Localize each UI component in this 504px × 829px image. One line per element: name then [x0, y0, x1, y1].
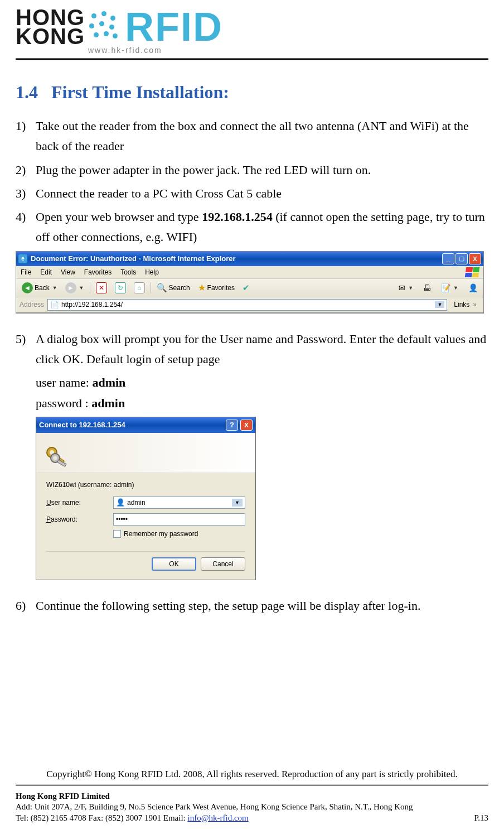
logo-hongkong: HONG KONG: [16, 8, 85, 46]
mail-button[interactable]: ✉▼: [396, 282, 415, 293]
step-4-pre: Open your web browser and type: [36, 210, 202, 224]
edit-button[interactable]: 📝▼: [439, 282, 461, 293]
step-5: A dialog box will prompt you for the Use…: [16, 329, 488, 370]
password-label: Password:: [46, 515, 113, 523]
help-button[interactable]: ?: [226, 420, 238, 431]
auth-divider: [46, 551, 245, 552]
ie-browser-window: e Document Error: Unauthorized - Microso…: [16, 251, 484, 314]
address-value: http://192.168.1.254/: [61, 301, 123, 309]
address-label: Address: [20, 301, 44, 309]
username-dropdown-icon[interactable]: ▼: [232, 499, 243, 507]
ie-toolbar: ◄Back▼ ►▼ ✕ ↻ ⌂ 🔍Search ★Favorites ✔ ✉▼ …: [16, 279, 483, 297]
install-steps-cont: A dialog box will prompt you for the Use…: [16, 329, 488, 370]
minimize-button[interactable]: _: [442, 253, 454, 264]
auth-close-button[interactable]: X: [240, 420, 253, 431]
auth-server-text: WIZ610wi (username: admin): [46, 481, 245, 489]
address-input[interactable]: 📄 http://192.168.1.254/ ▼: [47, 299, 447, 311]
links-button[interactable]: Links»: [450, 300, 480, 310]
username-label: User name:: [46, 499, 113, 507]
toolbar-separator: [90, 282, 90, 293]
footer-divider: [16, 784, 488, 785]
home-button[interactable]: ⌂: [132, 281, 147, 295]
address-dropdown-icon[interactable]: ▼: [435, 301, 444, 308]
stop-button[interactable]: ✕: [94, 281, 109, 295]
footer-contact: Tel: (852) 2165 4708 Fax: (852) 3007 190…: [16, 813, 488, 824]
auth-body: WIZ610wi (username: admin) User name: 👤 …: [36, 473, 255, 580]
menu-favorites[interactable]: Favorites: [84, 268, 112, 276]
ie-address-bar: Address 📄 http://192.168.1.254/ ▼ Links»: [16, 297, 483, 313]
username-input[interactable]: 👤 admin ▼: [113, 497, 245, 509]
logo-dots-icon: [88, 10, 122, 44]
footer-email-link[interactable]: info@hk-rfid.com: [188, 813, 249, 822]
toolbar-separator: [151, 282, 151, 293]
step-1: Take out the reader from the box and con…: [16, 116, 488, 157]
user-icon: 👤: [116, 498, 125, 507]
windows-flag-icon: [465, 267, 480, 277]
back-button[interactable]: ◄Back▼: [20, 281, 60, 295]
forward-button[interactable]: ►▼: [63, 281, 86, 295]
menu-edit[interactable]: Edit: [40, 268, 52, 276]
menu-file[interactable]: File: [21, 268, 31, 276]
menu-view[interactable]: View: [61, 268, 75, 276]
copyright-text: Copyright© Hong Kong RFID Ltd. 2008, All…: [16, 769, 488, 780]
step-5-password: password : admin: [36, 393, 488, 413]
section-number: 1.4: [16, 82, 38, 102]
logo-kong: KONG: [16, 27, 85, 46]
remember-checkbox[interactable]: [113, 530, 121, 538]
favorites-button[interactable]: ★Favorites: [196, 281, 237, 294]
keys-icon: [44, 445, 69, 469]
install-steps: Take out the reader from the box and con…: [16, 116, 488, 248]
auth-dialog: Connect to 192.168.1.254 ? X WIZ610wi (u…: [36, 417, 256, 580]
ie-titlebar: e Document Error: Unauthorized - Microso…: [16, 252, 483, 266]
step-5-username: user name: admin: [36, 373, 488, 393]
page-number: P.13: [474, 813, 488, 824]
page-footer: Hong Kong RFID Limited Add: Unit 207A, 2…: [16, 791, 488, 824]
install-steps-cont2: Continue the following setting step, the…: [16, 596, 488, 616]
password-input[interactable]: •••••: [113, 513, 245, 526]
section-title-text: First Time Installation:: [51, 82, 229, 102]
cancel-button[interactable]: Cancel: [201, 557, 245, 571]
footer-company: Hong Kong RFID Limited: [16, 791, 488, 802]
auth-title: Connect to 192.168.1.254: [39, 421, 226, 429]
svg-point-4: [54, 456, 57, 460]
search-button[interactable]: 🔍Search: [154, 282, 192, 294]
username-row: User name: 👤 admin ▼: [46, 497, 245, 509]
menu-help[interactable]: Help: [145, 268, 159, 276]
messenger-button[interactable]: 👤: [466, 282, 480, 293]
step-3: Connect the reader to a PC with Cross Ca…: [16, 184, 488, 204]
ie-app-icon: e: [18, 254, 27, 263]
step-6: Continue the following setting step, the…: [16, 596, 488, 616]
print-button[interactable]: 🖶: [421, 282, 433, 293]
logo-rfid: RFID: [125, 7, 223, 47]
maximize-button[interactable]: ▢: [455, 253, 468, 264]
section-heading: 1.4First Time Installation:: [16, 82, 488, 103]
auth-titlebar: Connect to 192.168.1.254 ? X: [36, 417, 255, 433]
username-value: admin: [127, 499, 146, 507]
page-icon: 📄: [50, 301, 59, 309]
ie-window-title: Document Error: Unauthorized - Microsoft…: [31, 254, 441, 263]
history-button[interactable]: ✔: [240, 282, 252, 294]
step-2: Plug the power adapter in the power jack…: [16, 160, 488, 180]
step-4: Open your web browser and type 192.168.1…: [16, 207, 488, 248]
step-4-ip: 192.168.1.254: [202, 210, 273, 224]
footer-address: Add: Unit 207A, 2/F, Building 9, No.5 Sc…: [16, 802, 488, 813]
logo-url: www.hk-rfid.com: [88, 46, 488, 55]
header-divider: [16, 58, 488, 60]
ok-button[interactable]: OK: [152, 557, 196, 571]
remember-row: Remember my password: [113, 530, 245, 538]
password-value: •••••: [116, 515, 128, 523]
page-header: HONG KONG RFID: [16, 0, 488, 49]
remember-label: Remember my password: [124, 530, 198, 538]
password-row: Password: •••••: [46, 513, 245, 526]
auth-banner: [36, 433, 255, 473]
refresh-button[interactable]: ↻: [113, 281, 128, 295]
auth-button-row: OK Cancel: [46, 557, 245, 571]
menu-tools[interactable]: Tools: [120, 268, 136, 276]
close-button[interactable]: X: [469, 253, 481, 264]
ie-menubar: File Edit View Favorites Tools Help: [16, 266, 483, 279]
